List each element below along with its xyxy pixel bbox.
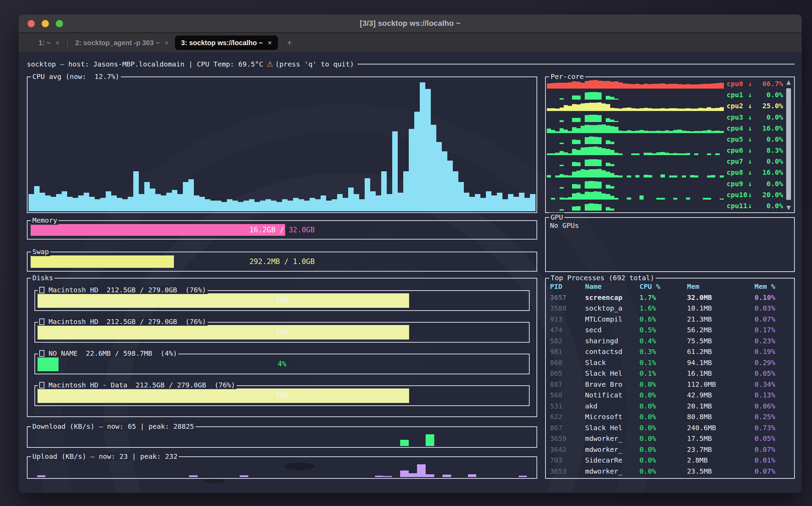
scroll-up-icon[interactable]: ▲ (784, 79, 793, 85)
process-mempct: 0.13% (754, 390, 792, 401)
down-arrow-icon: ↓ (748, 191, 757, 199)
chart-bar (572, 193, 576, 200)
close-window-button[interactable] (28, 20, 35, 27)
zoom-window-button[interactable] (56, 20, 63, 27)
process-mem: 75.5MB (687, 336, 754, 347)
chart-bar (665, 153, 669, 155)
chart-bar (468, 474, 477, 477)
tab-1-close-icon[interactable]: × (55, 39, 60, 47)
tab-3-active[interactable]: 3: socktop ws://localho ~ × (175, 36, 278, 50)
scrollbar-thumb[interactable] (786, 88, 791, 200)
chart-bar (84, 193, 89, 211)
process-mem: 23.5MB (687, 466, 754, 477)
chart-bar (585, 192, 589, 200)
tab-2-close-icon[interactable]: × (165, 39, 169, 47)
minimize-window-button[interactable] (42, 20, 49, 27)
chart-bar (585, 103, 589, 111)
disk-usage-bar: 76%76% (38, 325, 527, 340)
chart-bar (194, 195, 199, 211)
core-label-cpu4: cpu4↓16.0% (727, 123, 783, 134)
process-mem: 23.7MB (687, 444, 754, 455)
chart-bar (669, 175, 673, 177)
new-tab-button[interactable]: + (287, 38, 292, 48)
chart-bar (589, 159, 593, 166)
chart-bar (686, 131, 690, 133)
chart-bar (210, 201, 216, 211)
process-cpu: 0.0% (639, 390, 687, 401)
process-column-header[interactable]: Mem % (754, 281, 792, 292)
tab-3-close-icon[interactable]: × (268, 39, 272, 47)
chart-bar (420, 82, 425, 211)
chart-bar (669, 153, 673, 155)
process-column-header[interactable]: Mem (687, 281, 754, 292)
chart-bar (618, 153, 623, 155)
process-cpu: 0.0% (639, 401, 687, 412)
process-pid: 703 (550, 455, 585, 466)
process-cpu: 0.0% (639, 423, 687, 434)
chart-bar (576, 171, 581, 177)
core-sparkline-cpu9 (547, 179, 724, 189)
chart-bar (606, 163, 610, 166)
meter-label-on-fill: 292.2MB / 1.0GB (31, 255, 174, 268)
chart-bar (238, 202, 243, 211)
chart-bar (644, 84, 648, 89)
desktop-wallpaper: [3/3] socktop ws://localho ~ 1: ~ × | 2:… (0, 0, 812, 506)
core-name: cpu9 (727, 180, 748, 188)
disk-glyph-icon (39, 350, 44, 357)
per-core-scrollbar[interactable]: ▲ ▼ (784, 78, 793, 212)
process-name: SidecarRe (585, 455, 639, 466)
process-mempct: 0.34% (754, 379, 792, 390)
chart-bar (715, 108, 719, 111)
chart-bar (414, 112, 420, 212)
scroll-down-icon[interactable]: ▼ (784, 204, 793, 211)
chart-bar (656, 109, 660, 111)
chart-bar (606, 207, 610, 211)
down-arrow-icon: ↓ (748, 124, 757, 132)
chart-bar (720, 83, 724, 89)
chart-bar (519, 193, 524, 211)
core-sparkline-cpu10 (547, 190, 724, 200)
chart-bar (698, 108, 702, 111)
chart-bar (610, 82, 614, 89)
chart-bar (585, 170, 589, 178)
core-label-cpu8: cpu8↓16.0% (727, 167, 783, 178)
chart-bar (581, 126, 585, 133)
gpu-panel-title: GPU (549, 213, 564, 222)
tab-1[interactable]: 1: ~ × (32, 36, 66, 50)
tab-2[interactable]: 2: socktop_agent -p 303 ~ × (69, 36, 175, 50)
chart-bar (581, 103, 585, 111)
chart-bar (597, 125, 602, 133)
chart-bar (568, 175, 572, 177)
chart-bar (631, 108, 635, 111)
process-name: Microsoft (585, 412, 639, 423)
down-arrow-icon: ↓ (748, 80, 757, 88)
process-pid: 860 (550, 357, 585, 368)
core-usage-value: 0.0% (757, 157, 783, 165)
core-label-cpu11: cpu11↓0.0% (727, 200, 783, 211)
chart-bar (707, 153, 711, 155)
process-pid: 3653 (550, 466, 585, 477)
chart-bar (677, 153, 681, 155)
disk-label: Macintosh HD - Data 212.5GB / 279.0GB (7… (49, 381, 235, 389)
core-name: cpu5 (727, 135, 748, 143)
process-pid: 867 (550, 423, 585, 434)
chart-bar (589, 203, 593, 211)
chart-bar (100, 198, 106, 211)
core-usage-value: 25.0% (757, 102, 783, 110)
core-row-cpu7: cpu7↓0.0% (547, 156, 783, 167)
process-column-header[interactable]: PID (550, 281, 585, 292)
process-column-header[interactable]: Name (585, 281, 639, 292)
core-label-cpu9: cpu9↓0.0% (727, 178, 783, 189)
chart-bar (585, 160, 589, 166)
process-mem: 17.5MB (687, 433, 754, 444)
chart-bar (299, 199, 304, 211)
core-sparkline-cpu2 (547, 101, 724, 111)
per-core-panel-title: Per-core (549, 72, 585, 81)
process-column-header[interactable]: CPU % (639, 281, 687, 292)
chart-bar (593, 204, 597, 211)
chart-bar (555, 131, 559, 133)
chart-bar (453, 171, 458, 211)
process-pid: 3659 (550, 433, 585, 444)
chart-bar (711, 108, 715, 111)
process-mempct: 0.01% (754, 455, 792, 466)
